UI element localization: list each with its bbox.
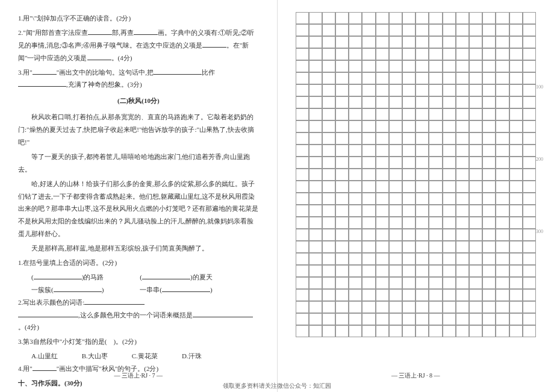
grid-cell[interactable]: [309, 157, 322, 169]
grid-cell[interactable]: [322, 277, 335, 289]
grid-cell[interactable]: [429, 205, 442, 217]
grid-cell[interactable]: [482, 169, 496, 181]
grid-cell[interactable]: [335, 265, 349, 277]
grid-cell[interactable]: [456, 229, 469, 241]
grid-cell[interactable]: [296, 48, 309, 60]
grid-cell[interactable]: [416, 181, 429, 193]
grid-cell[interactable]: [322, 325, 335, 337]
grid-cell[interactable]: [402, 96, 416, 108]
grid-cell[interactable]: [456, 277, 469, 289]
grid-cell[interactable]: [456, 120, 469, 132]
grid-cell[interactable]: [402, 36, 416, 48]
grid-cell[interactable]: [309, 229, 322, 241]
grid-cell[interactable]: [349, 313, 362, 325]
grid-cell[interactable]: [296, 72, 309, 84]
grid-cell[interactable]: [349, 72, 362, 84]
grid-cell[interactable]: [429, 84, 442, 96]
grid-cell[interactable]: [469, 301, 482, 313]
grid-cell[interactable]: [469, 205, 482, 217]
grid-cell[interactable]: [335, 325, 349, 337]
grid-cell[interactable]: [429, 72, 442, 84]
grid-cell[interactable]: [416, 313, 429, 325]
grid-cell[interactable]: [349, 60, 362, 72]
grid-cell[interactable]: [335, 36, 349, 48]
grid-cell[interactable]: [402, 72, 416, 84]
grid-cell[interactable]: [402, 157, 416, 169]
grid-cell[interactable]: [416, 205, 429, 217]
grid-cell[interactable]: [523, 84, 536, 96]
grid-cell[interactable]: [509, 157, 523, 169]
grid-cell[interactable]: [496, 60, 509, 72]
grid-cell[interactable]: [469, 217, 482, 229]
grid-cell[interactable]: [309, 265, 322, 277]
grid-cell[interactable]: [349, 169, 362, 181]
grid-cell[interactable]: [349, 24, 362, 36]
grid-cell[interactable]: [376, 132, 389, 145]
grid-cell[interactable]: [335, 313, 349, 325]
grid-cell[interactable]: [482, 132, 496, 145]
grid-cell[interactable]: [309, 277, 322, 289]
grid-cell[interactable]: [429, 181, 442, 193]
grid-cell[interactable]: [509, 301, 523, 313]
grid-cell[interactable]: [335, 24, 349, 36]
grid-cell[interactable]: [509, 181, 523, 193]
grid-cell[interactable]: [509, 289, 523, 301]
grid-cell[interactable]: [389, 145, 402, 157]
grid-cell[interactable]: [402, 289, 416, 301]
grid-cell[interactable]: [389, 60, 402, 72]
grid-cell[interactable]: [309, 60, 322, 72]
grid-cell[interactable]: [349, 120, 362, 132]
grid-cell[interactable]: [523, 313, 536, 325]
grid-cell[interactable]: [416, 169, 429, 181]
grid-cell[interactable]: [416, 96, 429, 108]
grid-cell[interactable]: [349, 229, 362, 241]
grid-cell[interactable]: [309, 253, 322, 265]
grid-cell[interactable]: [523, 325, 536, 337]
grid-cell[interactable]: [389, 301, 402, 313]
grid-cell[interactable]: [456, 12, 469, 24]
grid-cell[interactable]: [469, 132, 482, 145]
grid-cell[interactable]: [376, 265, 389, 277]
blank-field[interactable]: [34, 272, 82, 279]
grid-cell[interactable]: [389, 132, 402, 145]
grid-cell[interactable]: [296, 36, 309, 48]
grid-cell[interactable]: [482, 108, 496, 120]
grid-cell[interactable]: [376, 193, 389, 205]
grid-cell[interactable]: [429, 193, 442, 205]
grid-cell[interactable]: [416, 120, 429, 132]
grid-cell[interactable]: [523, 108, 536, 120]
grid-cell[interactable]: [469, 277, 482, 289]
grid-cell[interactable]: [416, 289, 429, 301]
grid-cell[interactable]: [429, 217, 442, 229]
grid-cell[interactable]: [496, 313, 509, 325]
grid-cell[interactable]: [496, 12, 509, 24]
grid-cell[interactable]: [335, 60, 349, 72]
grid-cell[interactable]: [296, 265, 309, 277]
grid-cell[interactable]: [309, 12, 322, 24]
grid-cell[interactable]: [309, 181, 322, 193]
grid-cell[interactable]: [362, 217, 375, 229]
grid-cell[interactable]: [443, 253, 456, 265]
grid-cell[interactable]: [456, 301, 469, 313]
grid-cell[interactable]: [309, 193, 322, 205]
grid-cell[interactable]: [482, 325, 496, 337]
grid-cell[interactable]: [296, 205, 309, 217]
grid-cell[interactable]: [362, 301, 375, 313]
grid-cell[interactable]: [349, 301, 362, 313]
grid-cell[interactable]: [335, 145, 349, 157]
grid-cell[interactable]: [523, 301, 536, 313]
grid-cell[interactable]: [376, 277, 389, 289]
grid-cell[interactable]: [362, 108, 375, 120]
grid-cell[interactable]: [509, 96, 523, 108]
grid-cell[interactable]: [296, 145, 309, 157]
grid-cell[interactable]: [429, 229, 442, 241]
grid-cell[interactable]: [482, 72, 496, 84]
grid-cell[interactable]: [523, 169, 536, 181]
blank-field[interactable]: [154, 67, 202, 75]
grid-cell[interactable]: [416, 108, 429, 120]
grid-cell[interactable]: [509, 12, 523, 24]
grid-cell[interactable]: [376, 36, 389, 48]
grid-cell[interactable]: [456, 241, 469, 253]
grid-cell[interactable]: [456, 217, 469, 229]
grid-cell[interactable]: [456, 157, 469, 169]
